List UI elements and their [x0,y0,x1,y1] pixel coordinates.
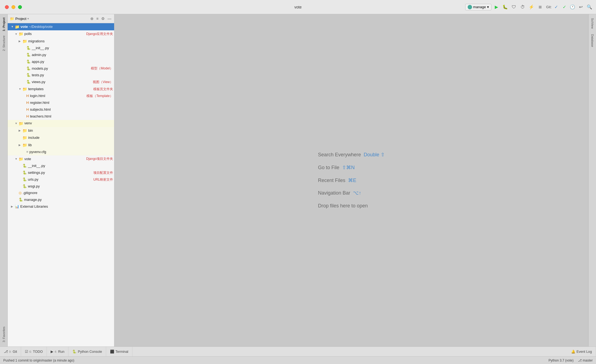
tree-item-login[interactable]: H login.html 模板（Template） [8,93,114,99]
debug-button[interactable]: 🐛 [501,3,509,11]
tree-item-bin[interactable]: ▶ 📁 bin [8,127,114,134]
pyvenv-label: pyvenv.cfg [30,149,113,155]
bin-label: bin [28,128,113,134]
hint3-shortcut: ⌘E [348,178,356,183]
tree-item-teachers[interactable]: H teachers.html [8,113,114,120]
collapse-icon[interactable]: ≡ [96,16,99,21]
toolbar: manage ▾ ▶ 🐛 🛡 ⏱ ⚡ ⏹ Git: ✓ ✓ 🕐 ↩ 🔍 [465,3,593,11]
login-label: login.html [30,93,84,99]
tree-item-wsgi[interactable]: 🐍 wsgi.py [8,183,114,190]
tree-item-lib[interactable]: ▶ 📁 lib [8,142,114,149]
tree-item-include[interactable]: 📁 include [8,134,114,141]
tree-item-root[interactable]: ▼ 📁 vote ~/Desktop/vote [8,23,114,30]
views-label: views.py [32,79,91,85]
bottom-tab-terminal[interactable]: ⬛ Terminal [106,347,132,356]
bottom-tab-event-log[interactable]: 🔔 Event Log [567,347,596,356]
git-tab-icon: ⎇ [4,350,8,354]
bottom-tab-todo[interactable]: ☑ 6: TODO [21,347,47,356]
tree-item-models[interactable]: 🐍 models.py 模型（Model） [8,65,114,72]
vote-proj-arrow: ▼ [15,157,19,161]
close-panel-icon[interactable]: — [107,16,112,21]
tree-item-subjects[interactable]: H subjects.html [8,106,114,113]
tree-item-migrations[interactable]: ▶ 📁 migrations [8,38,114,45]
stop-button[interactable]: ⏹ [536,3,544,11]
lib-icon: 📁 [22,142,27,148]
right-tab-database[interactable]: Database [590,31,595,50]
run-button[interactable]: ▶ [493,3,500,11]
tree-item-init-vote[interactable]: 🐍 __init__.py [8,163,114,169]
sidebar-tab-structure[interactable]: 2: Structure [2,33,6,53]
traffic-lights [5,5,22,9]
urls-icon: 🐍 [22,177,27,183]
project-dropdown-arrow[interactable]: ▾ [27,17,29,20]
teachers-label: teachers.html [30,114,113,119]
init-polls-icon: 🐍 [26,45,31,51]
tree-item-polls[interactable]: ▼ 📁 polls Django应用文件夹 [8,30,114,37]
subjects-icon: H [26,107,29,113]
tree-item-tests[interactable]: 🐍 tests.py [8,72,114,79]
templates-icon: 📁 [22,86,27,92]
tree-item-ext-libs[interactable]: ▶ 📊 External Libraries [8,203,114,210]
tree-item-settings[interactable]: 🐍 settings.py 项目配置文件 [8,169,114,176]
build-button[interactable]: ⚡ [528,3,535,11]
git-push-button[interactable]: ✓ [560,3,568,11]
tree-item-admin[interactable]: 🐍 admin.py [8,52,114,58]
settings-icon[interactable]: ⚙ [101,16,105,21]
python-console-icon: 🐍 [72,350,77,354]
terminal-icon: ⬛ [110,350,114,354]
todo-tab-icon: ☑ [25,350,28,354]
search-button[interactable]: 🔍 [586,3,593,11]
include-icon: 📁 [22,135,27,141]
tree-item-register[interactable]: H register.html [8,99,114,106]
locate-file-icon[interactable]: ⊕ [90,16,94,21]
coverage-button[interactable]: 🛡 [510,3,518,11]
tree-item-init-polls[interactable]: 🐍 __init__.py [8,45,114,52]
bottom-tab-python-console[interactable]: 🐍 Python Console [68,347,106,356]
maximize-button[interactable] [18,5,22,9]
manage-icon [468,5,472,9]
file-tree-header-icons: ⊕ ≡ ⚙ — [90,16,112,21]
status-message: Pushed 1 commit to origin/master (a minu… [3,359,74,362]
tree-item-gitignore[interactable]: ◎ .gitignore [8,190,114,196]
bottom-tab-run[interactable]: ▶ 4: Run [47,347,68,356]
ext-libs-arrow: ▶ [11,204,15,209]
tree-item-views[interactable]: 🐍 views.py 视图（View） [8,79,114,86]
sidebar-tab-project[interactable]: 1: Project [2,15,6,33]
hint5-text: Drop files here to open [318,203,368,209]
tree-item-vote-proj[interactable]: ▼ 📁 vote Django项目文件夹 [8,155,114,163]
tree-item-pyvenv[interactable]: ≡ pyvenv.cfg [8,149,114,155]
close-button[interactable] [5,5,9,9]
main-area: 1: Project 2: Structure 3: Favorites 📁 P… [0,14,596,347]
bottom-tab-git[interactable]: ⎇ 9: Git [0,347,21,356]
git-commit-button[interactable]: ✓ [552,3,560,11]
tree-item-manage[interactable]: 🐍 manage.py [8,196,114,203]
login-icon: H [26,93,29,99]
tree-item-templates[interactable]: ▼ 📁 templates 模板页文件夹 [8,86,114,93]
manage-button[interactable]: manage ▾ [465,4,491,10]
tree-item-apps[interactable]: 🐍 apps.py [8,58,114,65]
branch-icon: ⎇ [578,359,582,362]
run-tab-icon: ▶ [51,350,53,354]
file-tree-content[interactable]: ▼ 📁 vote ~/Desktop/vote ▼ 📁 polls Django… [8,23,114,347]
git-branch[interactable]: ⎇ master [578,359,593,362]
wsgi-label: wsgi.py [28,184,113,189]
venv-arrow: ▼ [15,121,19,126]
profile-button[interactable]: ⏱ [519,3,526,11]
polls-label: polls [24,31,84,37]
git-history-button[interactable]: 🕐 [569,3,576,11]
bin-arrow: ▶ [19,128,22,133]
sidebar-tab-favorites[interactable]: 3: Favorites [2,324,6,344]
bottom-tabs: ⎇ 9: Git ☑ 6: TODO ▶ 4: Run 🐍 Python Con… [0,347,596,356]
git-revert-button[interactable]: ↩ [577,3,585,11]
right-tab-sciview[interactable]: SciView [590,15,595,31]
event-log-icon: 🔔 [571,350,575,354]
python-version[interactable]: Python 3.7 (vote) [549,359,574,362]
minimize-button[interactable] [11,5,15,9]
tree-item-venv[interactable]: ▼ 📁 venv [8,120,114,127]
teachers-icon: H [26,114,29,119]
tree-item-urls[interactable]: 🐍 urls.py URL映射文件 [8,176,114,183]
manage-label: manage [473,5,486,9]
project-folder-icon: 📁 [10,17,14,21]
polls-icon: 📁 [19,31,23,37]
hint2-text: Go to File [318,165,339,170]
